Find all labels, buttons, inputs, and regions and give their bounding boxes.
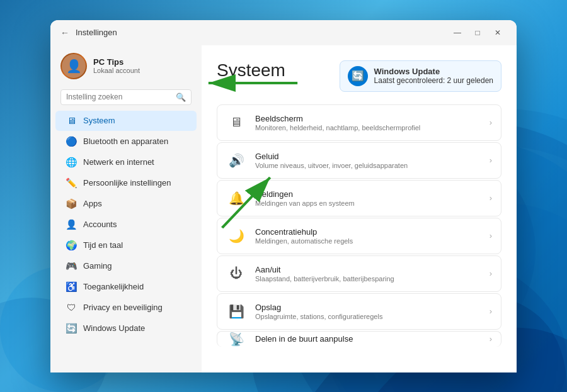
sidebar: 👤 PC Tips Lokaal account 🔍 🖥 Systeem xyxy=(50,45,202,372)
beeldscherm-icon: 🖥 xyxy=(226,113,246,133)
aanuit-icon: ⏻ xyxy=(226,264,246,284)
close-button[interactable]: ✕ xyxy=(489,24,507,42)
opslag-icon: 💾 xyxy=(226,301,246,322)
persoonlijk-icon: ✏️ xyxy=(66,177,77,189)
toegankelijkheid-icon: ♿ xyxy=(66,281,77,293)
nav-list: 🖥 Systeem 🔵 Bluetooth en apparaten 🌐 Net… xyxy=(50,110,202,339)
user-type: Lokaal account xyxy=(93,67,140,74)
partial-title: Delen in de buurt aanpulse xyxy=(255,334,481,344)
sidebar-item-gaming[interactable]: 🎮 Gaming xyxy=(55,256,197,276)
chevron-right-icon: › xyxy=(490,193,492,203)
chevron-right-icon: › xyxy=(490,231,492,240)
meldingen-desc: Meldingen van apps en systeem xyxy=(255,199,481,207)
sidebar-item-bluetooth[interactable]: 🔵 Bluetooth en apparaten xyxy=(55,132,197,152)
beeldscherm-desc: Monitoren, helderheid, nachtlamp, beelds… xyxy=(255,124,481,132)
partial-icon: 📡 xyxy=(226,331,246,347)
accounts-icon: 👤 xyxy=(66,219,77,230)
sidebar-item-persoonlijk[interactable]: ✏️ Persoonlijke instellingen xyxy=(55,173,197,193)
sidebar-item-label: Privacy en beveiliging xyxy=(83,303,163,312)
sidebar-item-privacy[interactable]: 🛡 Privacy en beveiliging xyxy=(55,298,197,318)
gaming-icon: 🎮 xyxy=(66,260,77,272)
settings-item-opslag[interactable]: 💾 Opslag Opslagruimte, stations, configu… xyxy=(217,293,501,330)
sidebar-item-label: Accounts xyxy=(83,220,117,229)
sidebar-item-update[interactable]: 🔄 Windows Update xyxy=(55,318,197,339)
right-panel: Systeem 🔄 Windows Update Laatst gecontro… xyxy=(202,45,517,372)
user-profile: 👤 PC Tips Lokaal account xyxy=(50,45,202,87)
sidebar-item-label: Systeem xyxy=(83,116,115,125)
sidebar-item-tijd[interactable]: 🌍 Tijd en taal xyxy=(55,235,197,255)
update-title: Windows Update xyxy=(374,67,493,76)
meldingen-icon: 🔔 xyxy=(226,188,246,208)
settings-item-partial[interactable]: 📡 Delen in de buurt aanpulse › xyxy=(217,331,501,347)
search-input[interactable] xyxy=(66,92,172,101)
search-icon: 🔍 xyxy=(176,92,186,102)
opslag-title: Opslag xyxy=(255,303,481,312)
concentratiehulp-desc: Meldingen, automatische regels xyxy=(255,237,481,245)
sidebar-item-label: Netwerk en internet xyxy=(83,157,154,167)
settings-item-concentratiehulp[interactable]: 🌙 Concentratiehulp Meldingen, automatisc… xyxy=(217,218,501,254)
sidebar-item-label: Apps xyxy=(83,199,102,208)
sidebar-item-accounts[interactable]: 👤 Accounts xyxy=(55,215,197,235)
chevron-right-icon: › xyxy=(490,155,492,165)
sidebar-item-toegankelijkheid[interactable]: ♿ Toegankelijkheid xyxy=(55,277,197,297)
sidebar-item-label: Gaming xyxy=(83,261,112,271)
chevron-right-icon: › xyxy=(490,334,492,344)
search-box: 🔍 xyxy=(60,89,192,105)
geluid-title: Geluid xyxy=(255,152,481,161)
sidebar-item-label: Toegankelijkheid xyxy=(83,282,144,291)
update-badge[interactable]: 🔄 Windows Update Laatst gecontroleerd: 2… xyxy=(340,60,501,92)
tijd-icon: 🌍 xyxy=(66,240,77,251)
title-bar: ← Instellingen — □ ✕ xyxy=(50,20,517,45)
user-name: PC Tips xyxy=(93,57,140,67)
sidebar-item-label: Persoonlijke instellingen xyxy=(83,178,171,188)
chevron-right-icon: › xyxy=(490,306,492,316)
sidebar-item-label: Windows Update xyxy=(83,323,145,333)
update-icon: 🔄 xyxy=(66,323,77,334)
avatar: 👤 xyxy=(60,53,87,79)
update-description: Laatst gecontroleerd: 2 uur geleden xyxy=(374,76,493,85)
aanuit-title: Aan/uit xyxy=(255,265,481,274)
window-controls: — □ ✕ xyxy=(449,24,507,42)
geluid-desc: Volume niveaus, uitvoer, invoer, geluids… xyxy=(255,162,481,169)
settings-item-geluid[interactable]: 🔊 Geluid Volume niveaus, uitvoer, invoer… xyxy=(217,142,501,179)
minimize-button[interactable]: — xyxy=(449,24,466,42)
page-title: Systeem xyxy=(217,60,285,81)
settings-item-aanuit[interactable]: ⏻ Aan/uit Slaapstand, batterijverbruik, … xyxy=(217,255,501,292)
geluid-icon: 🔊 xyxy=(226,150,246,171)
panel-header: Systeem 🔄 Windows Update Laatst gecontro… xyxy=(217,60,501,92)
meldingen-title: Meldingen xyxy=(255,189,481,199)
opslag-desc: Opslagruimte, stations, configuratierege… xyxy=(255,313,481,320)
maximize-button[interactable]: □ xyxy=(469,24,486,42)
settings-item-meldingen[interactable]: 🔔 Meldingen Meldingen van apps en systee… xyxy=(217,180,501,216)
chevron-right-icon: › xyxy=(490,269,492,278)
bluetooth-icon: 🔵 xyxy=(66,136,77,147)
netwerk-icon: 🌐 xyxy=(66,157,77,168)
sidebar-item-apps[interactable]: 📦 Apps xyxy=(55,194,197,214)
sidebar-item-systeem[interactable]: 🖥 Systeem xyxy=(55,111,197,131)
settings-window: ← Instellingen — □ ✕ 👤 PC Tips Lokaal ac… xyxy=(50,20,517,372)
settings-list: 🖥 Beeldscherm Monitoren, helderheid, nac… xyxy=(217,104,501,347)
settings-item-beeldscherm[interactable]: 🖥 Beeldscherm Monitoren, helderheid, nac… xyxy=(217,104,501,141)
window-title: Instellingen xyxy=(76,28,449,37)
privacy-icon: 🛡 xyxy=(66,302,77,313)
sidebar-item-netwerk[interactable]: 🌐 Netwerk en internet xyxy=(55,152,197,172)
concentratiehulp-title: Concentratiehulp xyxy=(255,227,481,237)
systeem-icon: 🖥 xyxy=(66,115,77,126)
concentratiehulp-icon: 🌙 xyxy=(226,226,246,246)
sidebar-item-label: Bluetooth en apparaten xyxy=(83,137,168,146)
apps-icon: 📦 xyxy=(66,198,77,210)
update-badge-icon: 🔄 xyxy=(348,66,368,86)
beeldscherm-title: Beeldscherm xyxy=(255,114,481,123)
aanuit-desc: Slaapstand, batterijverbruik, batterijbe… xyxy=(255,275,481,283)
back-button[interactable]: ← xyxy=(60,28,69,38)
chevron-right-icon: › xyxy=(490,118,492,127)
sidebar-item-label: Tijd en taal xyxy=(83,240,123,250)
